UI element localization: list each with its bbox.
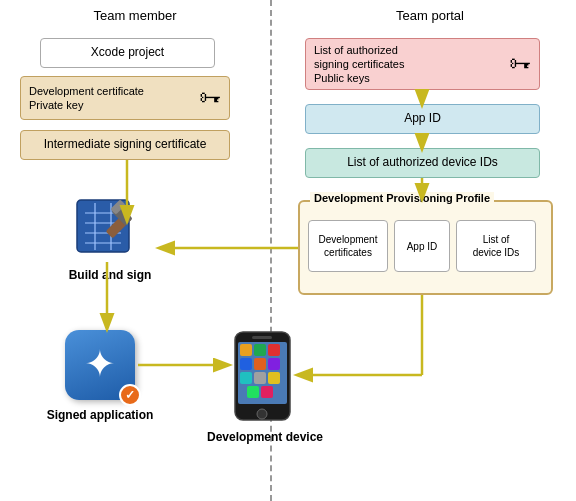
svg-rect-20 xyxy=(254,372,266,384)
device-ids-box: List of authorized device IDs xyxy=(305,148,540,178)
dev-cert-label: Development certificate Private key xyxy=(29,84,144,113)
profile-title: Development Provisioning Profile xyxy=(310,192,494,204)
svg-rect-22 xyxy=(247,386,259,398)
signed-app-label: Signed application xyxy=(45,408,155,422)
svg-point-24 xyxy=(257,409,267,419)
app-id-top-label: App ID xyxy=(404,111,441,127)
profile-app-id-box: App ID xyxy=(394,220,450,272)
svg-rect-17 xyxy=(254,358,266,370)
intermediate-cert-box: Intermediate signing certificate xyxy=(20,130,230,160)
signing-certs-label: List of authorized signing certificates … xyxy=(314,43,405,86)
signing-key-icon: 🗝 xyxy=(509,50,531,79)
profile-device-ids-label: List of device IDs xyxy=(473,233,520,259)
svg-rect-25 xyxy=(252,336,272,339)
svg-rect-14 xyxy=(254,344,266,356)
svg-rect-13 xyxy=(240,344,252,356)
xcode-project-box: Xcode project xyxy=(40,38,215,68)
dev-device-label: Development device xyxy=(200,430,330,444)
svg-text:✦: ✦ xyxy=(84,343,116,385)
diagram: Team member Team portal Xcode project De… xyxy=(0,0,576,501)
svg-rect-16 xyxy=(240,358,252,370)
signing-certs-box: List of authorized signing certificates … xyxy=(305,38,540,90)
intermediate-cert-label: Intermediate signing certificate xyxy=(44,137,207,153)
dev-cert-box: Development certificate Private key 🗝 xyxy=(20,76,230,120)
build-sign-label: Build and sign xyxy=(60,268,160,282)
svg-rect-19 xyxy=(240,372,252,384)
profile-dev-certs-label: Development certificates xyxy=(319,233,378,259)
profile-app-id-label: App ID xyxy=(407,240,438,253)
svg-rect-18 xyxy=(268,358,280,370)
app-icon: ✦ ✓ xyxy=(65,330,135,400)
xcode-icon xyxy=(75,195,140,260)
team-portal-header: Team portal xyxy=(290,8,570,23)
column-divider xyxy=(270,0,272,501)
team-member-header: Team member xyxy=(0,8,270,23)
key-icon: 🗝 xyxy=(199,84,221,113)
device-ids-label: List of authorized device IDs xyxy=(347,155,498,171)
xcode-project-label: Xcode project xyxy=(91,45,164,61)
svg-rect-23 xyxy=(261,386,273,398)
profile-device-ids-box: List of device IDs xyxy=(456,220,536,272)
svg-rect-21 xyxy=(268,372,280,384)
phone-icon xyxy=(230,330,295,420)
provisioning-profile-box: Development Provisioning Profile Develop… xyxy=(298,200,553,295)
svg-rect-15 xyxy=(268,344,280,356)
profile-dev-certs-box: Development certificates xyxy=(308,220,388,272)
app-id-top-box: App ID xyxy=(305,104,540,134)
